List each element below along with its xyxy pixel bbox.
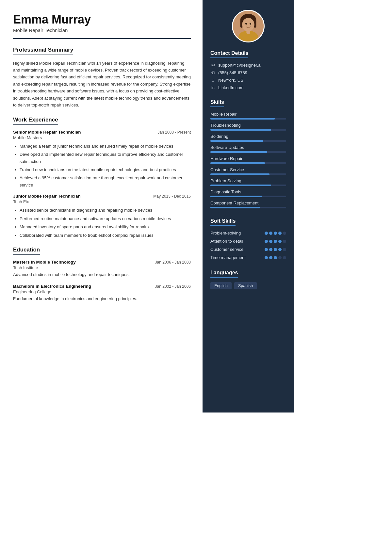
soft-skill-name: Customer service <box>210 247 265 252</box>
skill-name: Diagnostic Tools <box>210 189 286 194</box>
bullet: Managed inventory of spare parts and ens… <box>20 223 191 230</box>
linkedin-value: LinkedIn.com <box>218 85 243 90</box>
soft-skills-section: Soft Skills Problem-solving Attention to… <box>203 218 294 263</box>
left-column: Emma Murray Mobile Repair Technician Pro… <box>0 0 203 412</box>
skill-name: Hardware Repair <box>210 156 286 161</box>
bullet: Assisted senior technicians in diagnosin… <box>20 207 191 214</box>
soft-skills-heading: Soft Skills <box>210 218 236 226</box>
skills-section: Skills Mobile Repair Troubleshooting Sol… <box>203 99 294 212</box>
skill-item: Software Updates <box>210 145 286 153</box>
skill-name: Soldering <box>210 134 286 139</box>
job-company-1: Mobile Masters <box>13 135 191 140</box>
edu-entry-2: Bachelors in Electronics Engineering Jan… <box>13 284 191 302</box>
languages-heading: Languages <box>210 270 238 278</box>
soft-skill-name: Problem-solving <box>210 231 265 235</box>
soft-skill-item: Time management <box>210 255 286 260</box>
email-value: support@cvdesigner.ai <box>218 63 261 68</box>
dot <box>274 256 277 259</box>
dot <box>278 232 282 235</box>
email-icon: ✉ <box>210 63 216 68</box>
job-dates-1: Jan 2008 - Present <box>158 130 191 135</box>
dot <box>269 240 272 243</box>
skill-item: Hardware Repair <box>210 156 286 164</box>
bullet: Managed a team of junior technicians and… <box>20 143 191 150</box>
dot <box>283 240 286 243</box>
skill-item: Diagnostic Tools <box>210 189 286 197</box>
dot <box>265 256 268 259</box>
skill-bar-bg <box>210 185 286 186</box>
edu-degree-2: Bachelors in Electronics Engineering <box>13 284 91 289</box>
dot <box>269 256 272 259</box>
job-bullets-2: Assisted senior technicians in diagnosin… <box>13 207 191 239</box>
job-title-2: Junior Mobile Repair Technician <box>13 194 81 199</box>
contact-linkedin: in LinkedIn.com <box>210 85 286 90</box>
soft-skill-item: Attention to detail <box>210 239 286 244</box>
languages-list: EnglishSpanish <box>210 282 286 289</box>
job-title: Mobile Repair Technician <box>13 27 191 33</box>
svg-point-4 <box>242 18 254 31</box>
skill-bar-bg <box>210 162 286 164</box>
skill-name: Customer Service <box>210 167 286 172</box>
skill-bar-fill <box>210 207 260 208</box>
language-tag: Spanish <box>234 282 257 289</box>
job-title-1: Senior Mobile Repair Technician <box>13 130 81 135</box>
divider <box>13 38 191 39</box>
skill-bar-fill <box>210 140 263 142</box>
job-bullets-1: Managed a team of junior technicians and… <box>13 143 191 189</box>
svg-rect-8 <box>246 30 250 34</box>
skill-bar-fill <box>210 118 275 120</box>
education-heading: Education <box>13 247 40 255</box>
skills-heading: Skills <box>210 99 224 107</box>
languages-section: Languages EnglishSpanish <box>203 270 294 289</box>
skills-list: Mobile Repair Troubleshooting Soldering … <box>210 112 286 208</box>
job-entry-1: Senior Mobile Repair Technician Jan 2008… <box>13 130 191 189</box>
skill-name: Mobile Repair <box>210 112 286 117</box>
language-tag: English <box>210 282 232 289</box>
skill-bar-fill <box>210 173 270 175</box>
contact-location: ⌂ NewYork, US <box>210 78 286 83</box>
skill-bar-bg <box>210 207 286 208</box>
phone-value: (555) 345-6789 <box>218 70 247 75</box>
soft-skills-list: Problem-solving Attention to detail Cust… <box>210 231 286 260</box>
contact-phone: ✆ (555) 345-6789 <box>210 70 286 75</box>
soft-skill-item: Customer service <box>210 247 286 252</box>
contact-section: Contact Details ✉ support@cvdesigner.ai … <box>203 50 294 93</box>
dot <box>265 248 268 251</box>
phone-icon: ✆ <box>210 70 216 75</box>
bullet: Collaborated with team members to troubl… <box>20 232 191 239</box>
skill-name: Troubleshooting <box>210 123 286 128</box>
linkedin-icon: in <box>210 85 216 90</box>
skill-item: Mobile Repair <box>210 112 286 120</box>
edu-school-1: Tech Institute <box>13 265 191 270</box>
skill-item: Troubleshooting <box>210 123 286 131</box>
dots <box>265 256 286 259</box>
skill-item: Soldering <box>210 134 286 142</box>
soft-skill-name: Attention to detail <box>210 239 265 244</box>
work-experience-heading: Work Experience <box>13 117 58 125</box>
skill-name: Component Replacement <box>210 201 286 205</box>
dot <box>278 248 282 251</box>
skill-bar-fill <box>210 162 265 164</box>
edu-desc-2: Fundamental knowledge in electronics and… <box>13 296 191 302</box>
bullet: Achieved a 95% customer satisfaction rat… <box>20 174 191 188</box>
skill-bar-bg <box>210 151 286 153</box>
skill-bar-fill <box>210 196 262 197</box>
education-section: Education Masters in Mobile Technology J… <box>13 247 191 302</box>
edu-school-2: Engineering College <box>13 289 191 294</box>
dot <box>265 240 268 243</box>
dots <box>265 240 286 243</box>
summary-text: Highly skilled Mobile Repair Technician … <box>13 60 191 109</box>
skill-bar-bg <box>210 173 286 175</box>
edu-dates-1: Jan 2006 - Jan 2008 <box>155 260 191 265</box>
skill-bar-fill <box>210 185 271 186</box>
dot <box>278 256 282 259</box>
bullet: Developed and implemented new repair tec… <box>20 151 191 165</box>
edu-dates-2: Jan 2002 - Jan 2006 <box>155 284 191 289</box>
work-experience-section: Work Experience Senior Mobile Repair Tec… <box>13 117 191 239</box>
skill-name: Problem Solving <box>210 178 286 183</box>
skill-bar-fill <box>210 129 271 131</box>
contact-email: ✉ support@cvdesigner.ai <box>210 63 286 68</box>
dot <box>283 232 286 235</box>
dot <box>274 248 277 251</box>
skill-item: Customer Service <box>210 167 286 175</box>
